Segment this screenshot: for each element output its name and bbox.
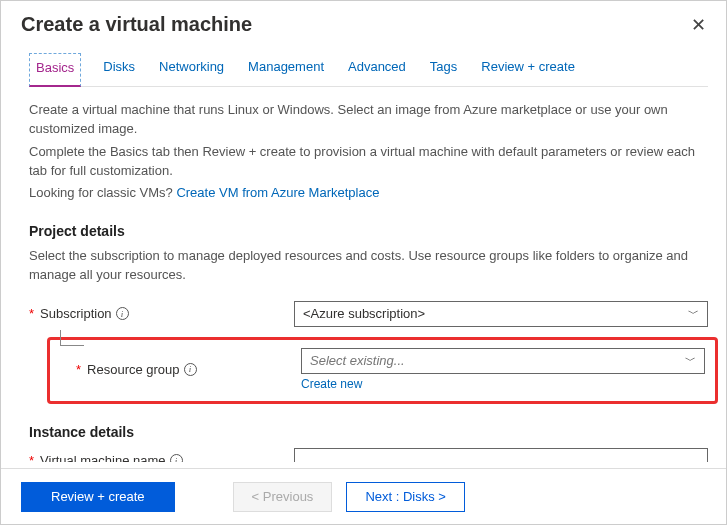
create-vm-marketplace-link[interactable]: Create VM from Azure Marketplace: [176, 185, 379, 200]
next-button[interactable]: Next : Disks >: [346, 482, 465, 512]
subscription-dropdown[interactable]: <Azure subscription> ﹀: [294, 301, 708, 327]
info-icon[interactable]: i: [184, 363, 197, 376]
previous-button: < Previous: [233, 482, 333, 512]
required-marker: *: [29, 453, 34, 462]
intro-text-2: Complete the Basics tab then Review + cr…: [29, 143, 708, 181]
subscription-row: * Subscription i <Azure subscription> ﹀: [29, 301, 708, 327]
tab-basics[interactable]: Basics: [29, 53, 81, 87]
vm-name-label: Virtual machine name: [40, 453, 166, 462]
vm-name-input[interactable]: [294, 448, 708, 462]
tab-disks[interactable]: Disks: [101, 53, 137, 86]
tree-connector: [60, 330, 84, 346]
chevron-down-icon: ﹀: [685, 353, 696, 368]
project-details-desc: Select the subscription to manage deploy…: [29, 247, 708, 285]
intro-text-3-prefix: Looking for classic VMs?: [29, 185, 176, 200]
project-details-heading: Project details: [29, 223, 708, 239]
intro-text-1: Create a virtual machine that runs Linux…: [29, 101, 708, 139]
resource-group-highlight: * Resource group i Select existing... ﹀ …: [47, 337, 718, 404]
tab-networking[interactable]: Networking: [157, 53, 226, 86]
resource-group-placeholder: Select existing...: [310, 353, 405, 368]
resource-group-dropdown[interactable]: Select existing... ﹀: [301, 348, 705, 374]
subscription-value: <Azure subscription>: [303, 306, 425, 321]
vm-name-row: * Virtual machine name i: [29, 448, 708, 462]
review-create-button[interactable]: Review + create: [21, 482, 175, 512]
required-marker: *: [76, 362, 81, 377]
subscription-label: Subscription: [40, 306, 112, 321]
resource-group-row: * Resource group i Select existing... ﹀ …: [76, 348, 705, 391]
tab-bar: Basics Disks Networking Management Advan…: [29, 53, 708, 87]
instance-details-heading: Instance details: [29, 424, 708, 440]
close-icon[interactable]: ✕: [691, 14, 706, 36]
chevron-down-icon: ﹀: [688, 306, 699, 321]
tab-advanced[interactable]: Advanced: [346, 53, 408, 86]
resource-group-label: Resource group: [87, 362, 180, 377]
create-new-rg-link[interactable]: Create new: [301, 377, 362, 391]
dialog-header: Create a virtual machine ✕: [1, 1, 726, 44]
info-icon[interactable]: i: [116, 307, 129, 320]
info-icon[interactable]: i: [170, 454, 183, 462]
tab-review-create[interactable]: Review + create: [479, 53, 577, 86]
intro-text-3: Looking for classic VMs? Create VM from …: [29, 184, 708, 203]
tab-tags[interactable]: Tags: [428, 53, 459, 86]
footer-bar: Review + create < Previous Next : Disks …: [1, 468, 726, 524]
content-scroll[interactable]: Basics Disks Networking Management Advan…: [13, 45, 718, 462]
tab-management[interactable]: Management: [246, 53, 326, 86]
required-marker: *: [29, 306, 34, 321]
dialog-title: Create a virtual machine: [21, 13, 252, 36]
